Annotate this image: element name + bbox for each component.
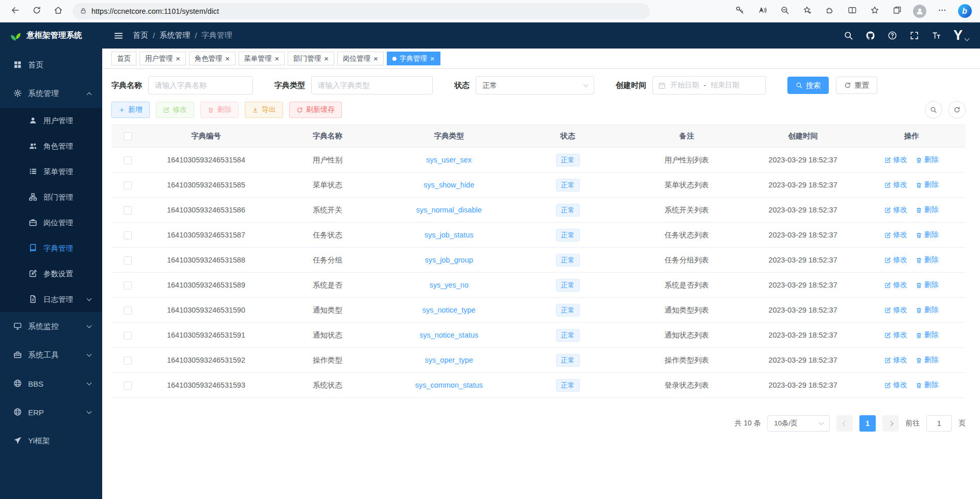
next-page-button[interactable] [882, 415, 899, 432]
tab-home[interactable]: 首页 [111, 52, 136, 65]
row-checkbox[interactable] [124, 281, 132, 290]
sidebar-collapse-button[interactable] [113, 31, 124, 41]
row-edit-button[interactable]: 修改 [884, 355, 907, 365]
status-select[interactable]: 正常 [476, 76, 594, 94]
row-delete-button[interactable]: 删除 [916, 255, 939, 265]
row-delete-button[interactable]: 删除 [916, 180, 939, 189]
tab-close-icon[interactable]: × [324, 55, 329, 62]
toggle-search-button[interactable] [925, 101, 942, 118]
browser-zoom-out-button[interactable] [775, 2, 795, 20]
sidebar-item-menu[interactable]: 菜单管理 [0, 159, 102, 184]
browser-collections-button[interactable] [887, 2, 907, 20]
row-edit-button[interactable]: 修改 [884, 280, 907, 290]
search-button[interactable]: 搜索 [787, 77, 829, 94]
browser-split-screen-button[interactable] [842, 2, 862, 20]
tab-role[interactable]: 角色管理× [189, 52, 236, 65]
breadcrumb-item[interactable]: 首页 [133, 31, 148, 40]
select-all-checkbox[interactable] [124, 132, 132, 140]
reset-button[interactable]: 重置 [836, 77, 877, 94]
row-edit-button[interactable]: 修改 [884, 330, 907, 340]
dict-type-link[interactable]: sys_job_status [425, 231, 474, 239]
refresh-table-button[interactable] [948, 101, 966, 118]
prev-page-button[interactable] [836, 415, 853, 432]
edit-button[interactable]: 修改 [156, 102, 194, 118]
row-checkbox[interactable] [124, 357, 132, 365]
tab-close-icon[interactable]: × [225, 55, 230, 62]
row-edit-button[interactable]: 修改 [884, 180, 907, 189]
row-delete-button[interactable]: 删除 [916, 355, 939, 365]
row-delete-button[interactable]: 删除 [916, 305, 939, 315]
tab-dict[interactable]: 字典管理× [387, 52, 440, 65]
browser-favorites-bar-button[interactable] [865, 2, 885, 20]
dict-type-link[interactable]: sys_notice_type [423, 306, 476, 314]
tab-close-icon[interactable]: × [374, 55, 378, 62]
row-edit-button[interactable]: 修改 [884, 381, 907, 390]
browser-back-button[interactable] [5, 2, 26, 20]
dict-type-link[interactable]: sys_notice_status [419, 331, 478, 339]
sidebar-item-system[interactable]: 系统管理 [0, 79, 102, 108]
add-button[interactable]: 新增 [111, 102, 150, 118]
sidebar-item-user[interactable]: 用户管理 [0, 108, 102, 133]
refresh-cache-button[interactable]: 刷新缓存 [289, 102, 342, 118]
user-avatar-menu[interactable]: Y [953, 29, 969, 42]
sidebar-item-dept[interactable]: 部门管理 [0, 184, 102, 210]
row-checkbox[interactable] [124, 331, 132, 340]
dict-type-link[interactable]: sys_oper_type [425, 356, 473, 364]
row-checkbox[interactable] [124, 256, 132, 265]
tab-user[interactable]: 用户管理× [139, 52, 186, 65]
sidebar-item-yi[interactable]: Yi框架 [0, 426, 102, 455]
dict-type-input[interactable] [311, 76, 433, 94]
dict-name-input[interactable] [148, 76, 253, 94]
tab-menu[interactable]: 菜单管理× [239, 52, 285, 65]
dict-type-link[interactable]: sys_yes_no [429, 281, 469, 289]
row-checkbox[interactable] [124, 181, 132, 189]
row-checkbox[interactable] [124, 206, 132, 215]
sidebar-item-tool[interactable]: 系统工具 [0, 341, 102, 369]
browser-extensions-button[interactable] [820, 2, 840, 20]
row-checkbox[interactable] [124, 156, 132, 164]
tab-post[interactable]: 岗位管理× [337, 52, 384, 65]
breadcrumb-item[interactable]: 系统管理 [159, 31, 190, 40]
fullscreen-icon[interactable] [909, 31, 919, 40]
sidebar-item-home[interactable]: 首页 [0, 51, 102, 79]
browser-favorite-add-button[interactable] [797, 2, 818, 20]
sidebar-item-role[interactable]: 角色管理 [0, 133, 102, 159]
goto-page-input[interactable] [926, 415, 952, 432]
row-checkbox[interactable] [124, 306, 132, 315]
sidebar-item-param[interactable]: 参数设置 [0, 261, 102, 287]
tab-close-icon[interactable]: × [275, 55, 279, 62]
tab-close-icon[interactable]: × [176, 55, 180, 62]
create-time-range-picker[interactable]: 开始日期 - 结束日期 [652, 76, 766, 94]
dict-type-link[interactable]: sys_common_status [415, 381, 483, 389]
row-delete-button[interactable]: 删除 [916, 330, 939, 340]
dict-type-link[interactable]: sys_show_hide [424, 181, 474, 189]
row-checkbox[interactable] [124, 382, 132, 390]
sidebar-item-log[interactable]: 日志管理 [0, 287, 102, 312]
dict-type-link[interactable]: sys_normal_disable [416, 206, 482, 214]
row-delete-button[interactable]: 删除 [916, 230, 939, 240]
browser-url-bar[interactable]: https://ccnetcore.com:1101/system/dict [73, 3, 650, 19]
sidebar-item-monitor[interactable]: 系统监控 [0, 312, 102, 341]
row-delete-button[interactable]: 删除 [916, 381, 939, 390]
row-edit-button[interactable]: 修改 [884, 255, 907, 265]
browser-bing-button[interactable]: b [954, 2, 975, 20]
sidebar-item-erp[interactable]: ERP [0, 398, 102, 426]
tab-close-icon[interactable]: × [430, 55, 435, 62]
browser-refresh-button[interactable] [27, 2, 47, 20]
row-edit-button[interactable]: 修改 [884, 155, 907, 164]
dict-type-link[interactable]: sys_job_group [425, 256, 473, 264]
browser-profile-button[interactable] [909, 2, 930, 20]
font-size-icon[interactable] [931, 31, 941, 40]
github-icon[interactable] [866, 31, 875, 40]
sidebar-item-post[interactable]: 岗位管理 [0, 210, 102, 235]
row-edit-button[interactable]: 修改 [884, 230, 907, 240]
dict-type-link[interactable]: sys_user_sex [426, 156, 472, 164]
row-delete-button[interactable]: 删除 [916, 205, 939, 215]
browser-settings-menu-button[interactable] [932, 2, 952, 20]
browser-key-button[interactable] [730, 2, 750, 20]
search-icon[interactable] [844, 31, 853, 40]
row-edit-button[interactable]: 修改 [884, 305, 907, 315]
export-button[interactable]: 导出 [245, 102, 283, 118]
sidebar-item-bbs[interactable]: BBS [0, 369, 102, 398]
row-checkbox[interactable] [124, 231, 132, 240]
